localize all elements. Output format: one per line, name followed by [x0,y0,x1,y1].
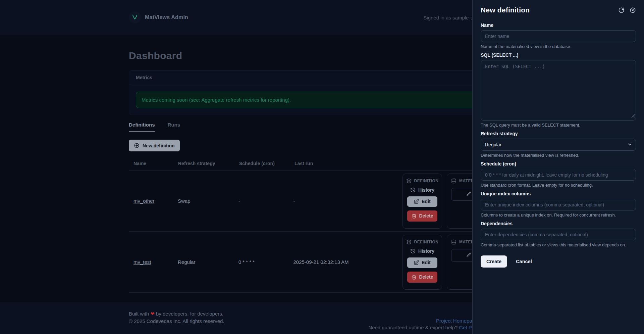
trash-icon [412,213,417,219]
database-icon [451,178,457,184]
database-icon [451,239,457,245]
history-icon [410,187,416,193]
layers-icon [406,239,412,245]
schedule-input[interactable] [481,169,636,181]
refresh-strategy-select[interactable]: Regular [481,139,636,151]
brand-name: MatViews Admin [145,14,188,20]
resize-handle-icon[interactable] [631,113,635,119]
footer-built-with: Built with ❤ by developers, for develope… [129,310,224,318]
delete-button[interactable]: Delete [407,272,437,283]
new-definition-label: New definition [143,143,175,148]
definition-name-link[interactable]: mv_test [133,259,151,265]
edit-icon [414,199,419,204]
cell-last-run: - [293,198,402,204]
definition-group-label: DEFINITION [414,240,439,244]
dependencies-input[interactable] [481,229,636,240]
col-header-last-run: Last run [294,161,405,166]
pencil-icon [466,253,471,258]
name-helper: Name of the materialised view in the dat… [481,44,636,49]
unique-index-input[interactable] [481,199,636,210]
tab-definitions[interactable]: Definitions [129,122,155,132]
definition-name-link[interactable]: mv_other [133,198,155,204]
v-logo-icon [129,11,141,23]
metrics-coming-soon-alert: Metrics coming soon (see: Aggregate refr… [136,92,508,108]
name-label: Name [481,22,636,28]
edit-icon [414,260,419,265]
metrics-card: Metrics Metrics coming soon (see: Aggreg… [129,70,515,115]
unique-index-label: Unique index columns [481,191,636,196]
table-row: mv_other Swap - - DEFINITION [129,171,515,232]
tab-bar: Definitions Runs [129,122,515,132]
drawer-title: New definition [481,6,530,14]
brand: MatViews Admin [129,11,188,23]
edit-button[interactable]: Edit [407,257,437,268]
sql-label: SQL (SELECT ...) [481,52,636,58]
new-definition-drawer: New definition Name Name of the mate [472,0,644,334]
refresh-strategy-label: Refresh strategy [481,131,636,136]
definition-group-label: DEFINITION [414,179,439,183]
cell-refresh-strategy: Regular [178,259,238,265]
history-button[interactable]: History [410,187,434,193]
footer-copyright: © 2025 Codevedas Inc. All rights reserve… [129,318,224,325]
tab-runs[interactable]: Runs [168,122,180,132]
page-title: Dashboard [129,50,515,61]
name-input[interactable] [481,30,636,42]
cell-refresh-strategy: Swap [178,198,238,204]
sql-helper: The SQL query must be a valid SELECT sta… [481,123,636,128]
project-homepage-link[interactable]: Project Homepage [436,318,478,324]
definition-actions-box: DEFINITION History [402,235,442,290]
cancel-button[interactable]: Cancel [516,259,532,264]
cell-schedule: 0 * * * * [238,259,293,265]
cell-schedule: - [238,198,293,204]
col-header-refresh-strategy: Refresh strategy [178,161,239,166]
table-header-row: Name Refresh strategy Schedule (cron) La… [129,157,515,171]
col-header-name: Name [133,161,178,166]
dependencies-helper: Comma-separated list of tables or views … [481,242,636,247]
col-header-schedule: Schedule (cron) [239,161,294,166]
definitions-table: Name Refresh strategy Schedule (cron) La… [129,157,515,293]
trash-icon [412,275,417,280]
history-icon [410,248,416,254]
pencil-icon [466,192,471,197]
table-row: mv_test Regular 0 * * * * 2025-09-21 02:… [129,232,515,293]
close-drawer-button[interactable] [630,7,636,13]
definition-actions-box: DEFINITION History [402,174,442,229]
cell-last-run: 2025-09-21 02:32:13 AM [293,259,402,265]
delete-button[interactable]: Delete [407,210,437,222]
edit-button[interactable]: Edit [407,196,437,207]
plus-circle-icon [134,143,140,148]
layers-icon [406,178,412,184]
sql-input[interactable] [481,60,636,121]
schedule-helper: Use standard cron format. Leave empty fo… [481,183,636,188]
history-button[interactable]: History [410,248,434,254]
reset-button[interactable] [618,7,625,13]
close-icon [630,7,636,13]
metrics-card-title: Metrics [129,70,515,85]
new-definition-button[interactable]: New definition [129,140,180,151]
schedule-label: Schedule (cron) [481,161,636,166]
dependencies-label: Dependencies [481,221,636,226]
heart-icon: ❤ [150,311,155,317]
refresh-icon [618,7,625,13]
unique-index-helper: Columns to create a unique index on. Req… [481,212,636,218]
create-button[interactable]: Create [481,255,507,268]
refresh-strategy-helper: Determines how the materialised view is … [481,153,636,158]
